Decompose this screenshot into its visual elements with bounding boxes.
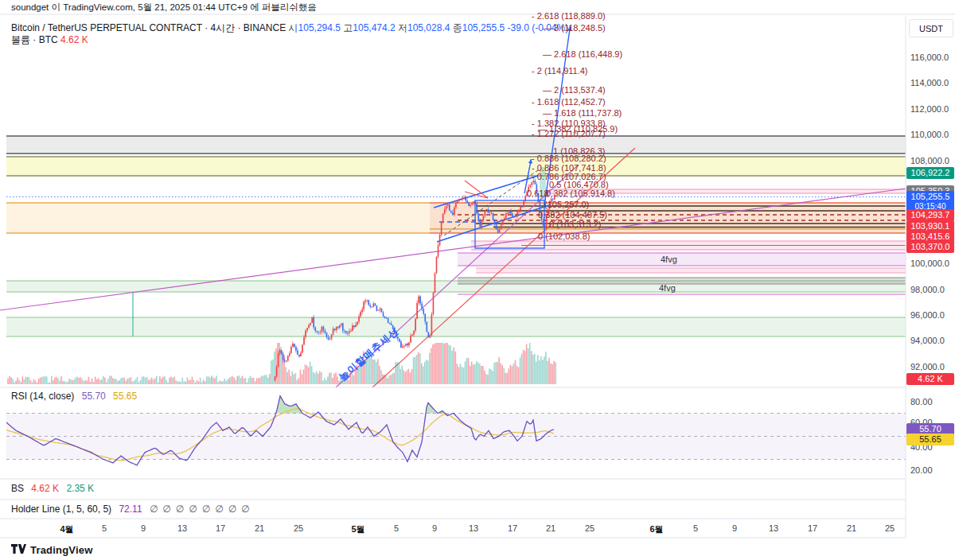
volume-value: 4.62 K — [60, 34, 88, 45]
volume-bar — [481, 366, 482, 384]
bs-indicator-title[interactable]: BS — [11, 483, 24, 494]
volume-bar — [536, 361, 537, 384]
candle-body — [533, 181, 535, 182]
volume-bar — [462, 367, 463, 384]
volume-bar — [247, 383, 248, 384]
volume-bar — [548, 358, 550, 384]
candle-body — [358, 317, 360, 322]
volume-bar — [175, 380, 177, 384]
arrow-drawings[interactable] — [524, 26, 571, 206]
holder-empty-values: ∅∅∅∅∅∅∅∅ — [150, 504, 255, 515]
holder-indicator-title[interactable]: Holder Line (1, 5, 60, 5) — [11, 504, 111, 515]
candle-body — [376, 305, 378, 310]
arrow-line[interactable] — [544, 26, 571, 206]
volume-bar — [387, 378, 388, 384]
volume-bar — [520, 358, 521, 384]
volume-bar — [248, 378, 250, 384]
volume-bar — [300, 370, 302, 384]
volume-bar — [146, 377, 148, 384]
volume-bar — [421, 364, 423, 384]
bs-value-2: 2.35 K — [66, 483, 94, 494]
volume-bar — [205, 382, 206, 384]
volume-bar — [384, 375, 385, 384]
candle-body — [430, 336, 431, 338]
rsi-value: 55.70 — [82, 391, 106, 402]
holder-empty-symbol: ∅ — [202, 504, 210, 515]
volume-bar — [271, 360, 272, 384]
volume-bar — [529, 343, 531, 384]
volume-bar — [415, 357, 416, 384]
volume-bar — [134, 381, 135, 384]
candle-body — [501, 224, 502, 229]
volume-bar — [32, 382, 33, 384]
volume-bar — [426, 360, 427, 384]
candle-body — [531, 182, 532, 185]
candle-body — [505, 213, 507, 218]
trend-line[interactable] — [465, 181, 488, 198]
volume-bar — [230, 377, 232, 384]
volume-bar — [68, 379, 70, 384]
candle-body — [318, 332, 320, 332]
volume-indicator-title[interactable]: 볼륨 · BTC — [11, 34, 58, 45]
candle-body — [283, 354, 284, 360]
candle-body — [468, 202, 470, 206]
volume-bar — [72, 380, 73, 384]
volume-bar — [150, 379, 151, 384]
volume-bar — [443, 344, 445, 384]
volume-bar — [294, 374, 295, 384]
volume-bar — [103, 376, 104, 384]
volume-bar — [537, 355, 539, 384]
candle-body — [499, 229, 501, 233]
volume-bar — [181, 378, 183, 384]
volume-bar — [87, 380, 88, 384]
candle-body — [360, 312, 361, 317]
candle-body — [480, 221, 481, 227]
volume-bar — [263, 375, 264, 384]
zone-rect — [6, 317, 906, 336]
volume-bar — [531, 351, 532, 384]
holder-empty-symbol: ∅ — [162, 504, 170, 515]
volume-bar — [170, 376, 172, 384]
volume-bar — [376, 362, 377, 384]
volume-bar — [432, 344, 434, 384]
volume-bar — [244, 378, 245, 384]
volume-bar — [435, 343, 437, 384]
volume-bar — [59, 381, 60, 384]
rsi-indicator-title[interactable]: RSI (14, close) — [11, 391, 74, 402]
chart-canvas[interactable] — [0, 0, 955, 560]
volume-bar — [290, 376, 291, 384]
fvg-zone-label-1[interactable]: 4fvg — [661, 255, 677, 264]
volume-bar — [255, 381, 256, 384]
volume-bar — [206, 376, 208, 384]
candle-body — [347, 333, 349, 334]
volume-bar — [295, 373, 297, 384]
symbol-title[interactable]: Bitcoin / TetherUS PERPETUAL CONTRACT · … — [11, 22, 286, 33]
currency-toggle-button[interactable]: USDT — [909, 19, 953, 37]
candle-body — [275, 376, 276, 380]
volume-bar — [407, 370, 408, 384]
volume-bar — [112, 379, 114, 384]
candle-body — [336, 327, 337, 330]
volume-bar — [392, 373, 393, 384]
candle-body — [325, 330, 326, 332]
candle-body — [438, 245, 439, 257]
volume-bar — [463, 368, 465, 384]
volume-bar — [442, 343, 443, 384]
volume-series — [7, 343, 556, 384]
candle-body — [388, 318, 389, 323]
candle-body — [408, 342, 410, 345]
tradingview-attribution[interactable]: TradingView — [11, 542, 93, 557]
volume-bar — [84, 381, 85, 384]
volume-bar — [219, 380, 220, 384]
high-label: 고 — [343, 22, 353, 33]
fvg-zone-label-2[interactable]: 4fvg — [659, 283, 676, 293]
close-label: 종 — [453, 22, 462, 33]
volume-bar — [30, 380, 32, 384]
volume-bar — [33, 379, 35, 384]
candle-body — [403, 345, 405, 346]
candle-body — [523, 201, 524, 207]
volume-bar — [109, 375, 111, 384]
candle-body — [424, 313, 426, 321]
candle-body — [510, 212, 512, 214]
volume-bar — [98, 378, 99, 384]
